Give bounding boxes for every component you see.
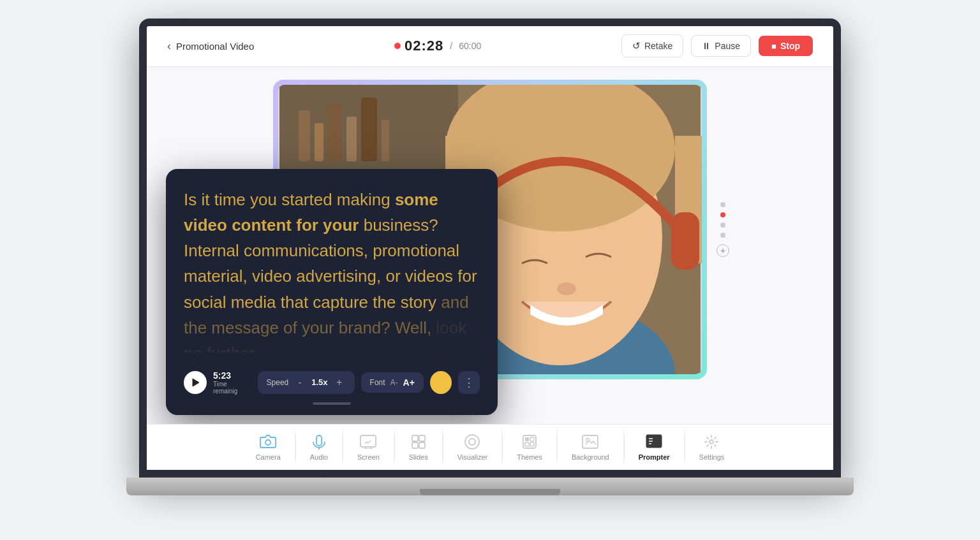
retake-icon: ↺ — [632, 40, 641, 52]
font-decrease-button[interactable]: A- — [390, 378, 398, 387]
svg-rect-32 — [530, 442, 534, 446]
speed-value: 1.5x — [311, 377, 327, 387]
speed-label: Speed — [267, 378, 289, 387]
visualizer-label: Visualizer — [457, 453, 488, 461]
main-content: + Is it time you started making some vid… — [147, 67, 833, 424]
font-increase-button[interactable]: A+ — [403, 377, 415, 388]
camera-label: Camera — [256, 453, 281, 461]
toolbar-item-visualizer[interactable]: Visualizer — [443, 429, 503, 465]
svg-rect-4 — [327, 104, 341, 161]
page-title: Promotional Video — [176, 41, 254, 52]
timer-section: 02:28 / 60:00 — [394, 38, 481, 54]
background-label: Background — [572, 453, 609, 461]
play-button[interactable] — [184, 371, 207, 394]
top-bar: ‹ Promotional Video 02:28 / 60:00 ↺ Reta… — [147, 26, 833, 67]
laptop-screen: ‹ Promotional Video 02:28 / 60:00 ↺ Reta… — [139, 18, 841, 478]
toolbar-item-settings[interactable]: Settings — [685, 429, 739, 465]
prompter-text: Is it time you started making some video… — [184, 187, 480, 353]
font-control: Font A- A+ — [361, 372, 424, 393]
screen-inner: ‹ Promotional Video 02:28 / 60:00 ↺ Reta… — [147, 26, 833, 470]
toolbar-item-audio[interactable]: Audio — [296, 429, 343, 465]
svg-rect-3 — [315, 123, 323, 161]
speed-minus-button[interactable]: - — [293, 376, 306, 389]
settings-label: Settings — [699, 453, 725, 461]
slide-dot-1[interactable] — [720, 202, 725, 207]
stop-icon: ■ — [771, 41, 776, 51]
svg-rect-6 — [361, 98, 377, 161]
svg-point-34 — [586, 439, 590, 442]
time-value: 5:23 — [213, 370, 251, 381]
prompter-card: Is it time you started making some video… — [166, 169, 498, 415]
stop-label: Stop — [780, 41, 800, 51]
speed-control: Speed - 1.5x + — [258, 371, 355, 394]
rec-indicator — [394, 43, 401, 49]
camera-icon — [259, 433, 277, 451]
top-bar-right: ↺ Retake ⏸ Pause ■ Stop — [621, 34, 813, 57]
svg-rect-5 — [346, 117, 357, 161]
toolbar-item-background[interactable]: Background — [558, 429, 624, 465]
audio-label: Audio — [310, 453, 328, 461]
speed-plus-button[interactable]: + — [333, 376, 346, 389]
prompter-controls: 5:23 Time remainig Speed - 1.5x + Font A… — [184, 363, 480, 395]
svg-rect-18 — [360, 435, 376, 447]
svg-rect-29 — [525, 437, 529, 441]
prompter-label: Prompter — [639, 453, 670, 461]
svg-rect-30 — [530, 437, 534, 441]
slide-add-button[interactable]: + — [716, 244, 729, 257]
more-options-button[interactable]: ⋮ — [458, 371, 480, 394]
toolbar-item-themes[interactable]: Themes — [503, 429, 557, 465]
retake-button[interactable]: ↺ Retake — [621, 34, 683, 57]
themes-icon — [521, 433, 538, 451]
retake-label: Retake — [644, 41, 672, 51]
settings-icon — [702, 433, 720, 451]
svg-point-40 — [709, 440, 713, 444]
timer-current: 02:28 — [405, 38, 443, 54]
time-remaining: 5:23 Time remainig — [213, 370, 251, 395]
toolbar-item-slides[interactable]: Slides — [395, 429, 443, 465]
svg-rect-22 — [412, 435, 418, 441]
screen-icon — [359, 433, 377, 451]
slides-label: Slides — [409, 453, 428, 461]
svg-point-16 — [265, 440, 271, 445]
slides-icon — [410, 433, 427, 451]
timer-separator: / — [450, 41, 452, 51]
stop-button[interactable]: ■ Stop — [759, 36, 813, 56]
svg-rect-25 — [419, 442, 425, 448]
toolbar-item-screen[interactable]: Screen — [343, 429, 394, 465]
visualizer-icon — [463, 433, 481, 451]
prompter-icon — [645, 433, 663, 451]
svg-point-15 — [557, 282, 576, 295]
svg-rect-31 — [525, 442, 529, 446]
slide-dot-3[interactable] — [720, 223, 725, 228]
slide-dot-4[interactable] — [720, 233, 725, 238]
svg-rect-2 — [299, 110, 310, 161]
back-button[interactable]: ‹ — [167, 40, 171, 53]
background-icon — [581, 433, 599, 451]
slide-controls: + — [716, 202, 729, 257]
timer-total: 60:00 — [459, 41, 481, 51]
top-bar-left: ‹ Promotional Video — [167, 40, 254, 53]
pause-icon: ⏸ — [702, 41, 711, 51]
pause-label: Pause — [715, 41, 740, 51]
laptop-base — [126, 478, 854, 495]
scroll-indicator — [313, 402, 351, 405]
themes-label: Themes — [517, 453, 542, 461]
laptop-wrapper: ‹ Promotional Video 02:28 / 60:00 ↺ Reta… — [107, 18, 873, 522]
svg-point-27 — [469, 439, 475, 445]
svg-rect-7 — [382, 120, 389, 161]
bottom-toolbar: Camera Audio — [147, 424, 833, 470]
svg-point-26 — [465, 435, 479, 449]
more-icon: ⋮ — [463, 376, 475, 390]
toolbar-item-prompter[interactable]: Prompter — [625, 429, 685, 465]
svg-rect-23 — [419, 435, 425, 441]
svg-rect-14 — [671, 212, 699, 270]
svg-rect-24 — [412, 442, 418, 448]
theme-toggle-button[interactable] — [430, 371, 452, 394]
screen-label: Screen — [357, 453, 380, 461]
toolbar-item-camera[interactable]: Camera — [242, 429, 295, 465]
slide-dot-2[interactable] — [720, 212, 725, 217]
font-label: Font — [370, 378, 385, 387]
time-label: Time remainig — [213, 381, 251, 395]
pause-button[interactable]: ⏸ Pause — [691, 35, 751, 57]
audio-icon — [310, 433, 328, 451]
